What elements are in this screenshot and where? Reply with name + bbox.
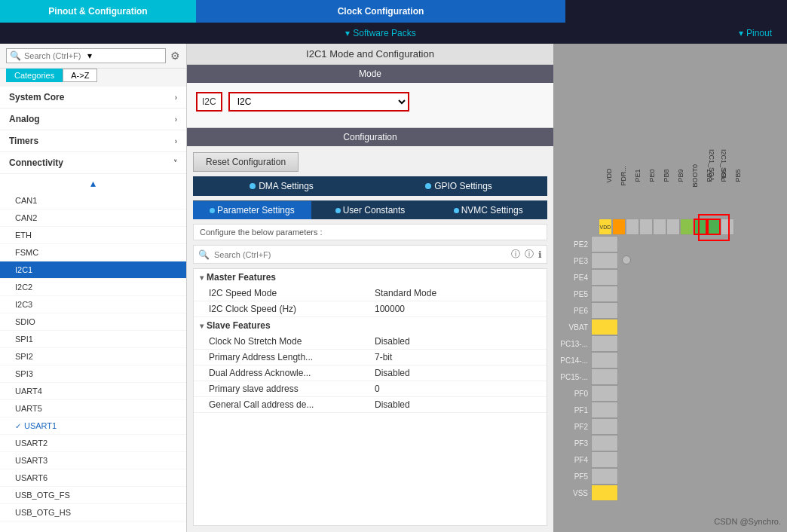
pinout-link[interactable]: ▾ Pinout bbox=[565, 23, 787, 44]
slave-features-label: Slave Features bbox=[207, 320, 271, 331]
config-header: Configuration bbox=[187, 128, 553, 146]
i2c-mode-select[interactable]: I2C bbox=[228, 92, 409, 112]
pin-pb9[interactable] bbox=[666, 219, 680, 235]
pin-box-pc14[interactable] bbox=[591, 352, 618, 368]
pin-label-pb8: PB8 bbox=[656, 164, 670, 188]
sidebar-item-i2c1[interactable]: I2C1 bbox=[0, 261, 186, 279]
sidebar-item-spi1[interactable]: SPI1 bbox=[0, 331, 186, 348]
categories-tab[interactable]: Categories bbox=[6, 69, 63, 82]
side-pin-row-pf2: PF2 bbox=[553, 418, 618, 435]
pin-box-pc15[interactable] bbox=[591, 368, 618, 385]
nvmc-settings-tab[interactable]: NVMC Settings bbox=[429, 201, 547, 219]
pin-box-pe4[interactable] bbox=[591, 269, 618, 286]
label-vbat: VBAT bbox=[553, 323, 591, 332]
pin-pe1[interactable] bbox=[626, 219, 639, 235]
pin-box-pe3[interactable] bbox=[591, 252, 618, 269]
sidebar-item-spi3[interactable]: SPI3 bbox=[0, 365, 186, 383]
info-icon-3[interactable]: ℹ bbox=[538, 249, 542, 260]
pin-box-pc13[interactable] bbox=[591, 335, 618, 352]
pin-pb7[interactable] bbox=[694, 219, 707, 235]
param-dual-addr-value: Disabled bbox=[375, 368, 410, 378]
pin-box-pf4[interactable] bbox=[591, 451, 618, 468]
param-speed-mode-name: I2C Speed Mode bbox=[209, 288, 375, 298]
i2c-mode-label: I2C bbox=[196, 92, 222, 112]
sidebar-item-spi2[interactable]: SPI2 bbox=[0, 348, 186, 365]
param-row-slave-addr: Primary slave address 0 bbox=[194, 381, 547, 397]
clock-config-tab[interactable]: Clock Configuration bbox=[196, 0, 565, 23]
pin-box-pf3[interactable] bbox=[591, 435, 618, 451]
param-dot-icon bbox=[210, 208, 215, 213]
side-pin-row-vss: VSS bbox=[553, 485, 618, 501]
search-input[interactable] bbox=[24, 51, 84, 60]
label-pe2: PE2 bbox=[553, 240, 591, 249]
chip-container: VDD PDR... PE1 PE0 PB8 PB9 BOOT0 PB7 PB6… bbox=[553, 44, 787, 532]
sidebar-item-usart2[interactable]: USART2 bbox=[0, 435, 186, 452]
pin-box-vss[interactable] bbox=[591, 485, 618, 501]
dma-settings-tab[interactable]: DMA Settings bbox=[193, 176, 370, 196]
sidebar-item-can1[interactable]: CAN1 bbox=[0, 192, 186, 209]
sidebar-item-usb-otg-fs[interactable]: USB_OTG_FS bbox=[0, 487, 186, 504]
analog-category[interactable]: Analog › bbox=[0, 109, 186, 130]
sidebar-item-fsmc[interactable]: FSMC bbox=[0, 244, 186, 261]
pin-pdr[interactable] bbox=[612, 219, 626, 235]
pin-box-vbat[interactable] bbox=[591, 319, 618, 335]
pin-box-pe2[interactable] bbox=[591, 236, 618, 252]
config-section: Configuration Reset Configuration DMA Se… bbox=[187, 128, 553, 532]
right-panel: VDD PDR... PE1 PE0 PB8 PB9 BOOT0 PB7 PB6… bbox=[553, 44, 787, 532]
pin-boot0[interactable] bbox=[680, 219, 694, 235]
parameter-settings-tab[interactable]: Parameter Settings bbox=[193, 201, 311, 219]
software-packs-link[interactable]: ▾ Software Packs bbox=[196, 23, 565, 44]
pin-box-pe6[interactable] bbox=[591, 302, 618, 319]
pin-pe0[interactable] bbox=[639, 219, 653, 235]
config-body: Reset Configuration DMA Settings GPIO Se… bbox=[187, 146, 553, 532]
second-header: ▾ Software Packs ▾ Pinout bbox=[0, 23, 787, 44]
param-addr-length-value: 7-bit bbox=[375, 352, 392, 362]
pin-vdd[interactable]: VDD bbox=[599, 219, 612, 235]
pin-box-pf5[interactable] bbox=[591, 468, 618, 485]
chevron-down-icon: ▾ bbox=[345, 28, 350, 38]
sidebar-item-i2c2[interactable]: I2C2 bbox=[0, 279, 186, 296]
timers-arrow: › bbox=[175, 137, 177, 145]
timers-category[interactable]: Timers › bbox=[0, 130, 186, 152]
pin-pb8[interactable] bbox=[653, 219, 666, 235]
master-chevron-icon: ▾ bbox=[200, 274, 204, 282]
pin-pb6[interactable] bbox=[707, 219, 721, 235]
sidebar-item-eth[interactable]: ETH bbox=[0, 227, 186, 244]
system-core-category[interactable]: System Core › bbox=[0, 87, 186, 109]
top-pin-boxes: VDD bbox=[599, 219, 734, 235]
user-constants-tab[interactable]: User Constants bbox=[311, 201, 430, 219]
pinout-config-tab[interactable]: Pinout & Configuration bbox=[0, 0, 196, 23]
sidebar-item-usart1[interactable]: USART1 bbox=[0, 417, 186, 435]
info-icon-1[interactable]: ⓘ bbox=[511, 248, 520, 261]
pin-box-pe5[interactable] bbox=[591, 286, 618, 302]
sidebar-item-uart5[interactable]: UART5 bbox=[0, 400, 186, 417]
sidebar-item-i2c3[interactable]: I2C3 bbox=[0, 296, 186, 313]
search-bar: 🔍 ▾ ⚙ bbox=[0, 44, 186, 69]
master-features-group[interactable]: ▾ Master Features bbox=[194, 269, 547, 286]
sidebar-item-usb-otg-hs[interactable]: USB_OTG_HS bbox=[0, 504, 186, 521]
connectivity-category[interactable]: Connectivity ˅ bbox=[0, 152, 186, 174]
connectivity-up-arrow[interactable]: ▴ bbox=[0, 174, 186, 192]
search-input-wrap[interactable]: 🔍 ▾ bbox=[6, 48, 166, 63]
pin-box-pf1[interactable] bbox=[591, 402, 618, 418]
sidebar-item-can2[interactable]: CAN2 bbox=[0, 209, 186, 227]
gpio-settings-tab[interactable]: GPIO Settings bbox=[370, 176, 547, 196]
reset-config-button[interactable]: Reset Configuration bbox=[193, 152, 299, 172]
tab-row: Categories A->Z bbox=[0, 69, 186, 87]
atoz-tab[interactable]: A->Z bbox=[63, 69, 97, 82]
pin-pb5[interactable] bbox=[721, 219, 734, 235]
sidebar-item-sdio[interactable]: SDIO bbox=[0, 313, 186, 331]
params-search-input[interactable] bbox=[214, 250, 507, 259]
sidebar-item-usart3[interactable]: USART3 bbox=[0, 452, 186, 469]
gear-icon[interactable]: ⚙ bbox=[170, 50, 180, 62]
slave-features-group[interactable]: ▾ Slave Features bbox=[194, 317, 547, 334]
pin-box-pf0[interactable] bbox=[591, 385, 618, 402]
gpio-dot-icon bbox=[425, 183, 431, 189]
sidebar-item-usart6[interactable]: USART6 bbox=[0, 469, 186, 487]
pin-box-pf2[interactable] bbox=[591, 418, 618, 435]
sidebar-item-uart4[interactable]: UART4 bbox=[0, 383, 186, 400]
master-features-label: Master Features bbox=[207, 272, 276, 283]
info-icon-2[interactable]: ⓘ bbox=[525, 248, 534, 261]
side-pin-row-pc13: PC13-... bbox=[553, 335, 618, 352]
left-panel: 🔍 ▾ ⚙ Categories A->Z System Core › Anal… bbox=[0, 44, 187, 532]
